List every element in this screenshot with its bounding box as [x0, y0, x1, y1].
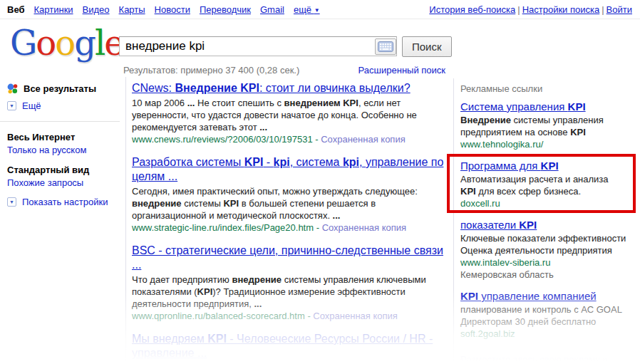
sidebar-web-heading: Весь Интернет: [7, 132, 120, 142]
search-button[interactable]: Поиск: [402, 36, 452, 57]
ad-url: doxcell.ru: [460, 197, 634, 209]
ad-item: Программа для KPIАвтоматизация расчета и…: [460, 160, 634, 209]
ad-title-link[interactable]: показатели KPI: [460, 219, 537, 231]
sidebar-results-divider: [125, 77, 126, 364]
google-logo[interactable]: Google: [10, 26, 123, 60]
nav-right-item[interactable]: История веб-поиска: [429, 4, 515, 15]
result-url: www.qpronline.ru/balanced-scorecard.htm: [132, 311, 305, 321]
result-title: CNews: Внедрение KPI: стоит ли овчинка в…: [132, 81, 451, 95]
ad-description: предприятием на основе KPI: [460, 126, 634, 138]
sidebar-related-queries-link[interactable]: Похожие запросы: [7, 177, 120, 188]
sidebar-all-results-label: Все результаты: [24, 83, 96, 94]
ad-title: Система управления KPI: [460, 100, 634, 113]
nav-item-картинки[interactable]: Картинки: [33, 4, 73, 15]
url-cached-separator: -: [313, 134, 321, 145]
url-cached-separator: -: [314, 222, 322, 233]
advanced-search-link[interactable]: Расширенный поиск: [358, 65, 445, 76]
ad-description: Автоматизация расчета и анализа: [460, 173, 634, 185]
left-sidebar: Все результаты ▼ Ещё Весь Интернет Тольк…: [7, 83, 120, 207]
ad-description: KPI для всех сфер бизнеса.: [460, 185, 634, 197]
url-cached-separator: -: [305, 311, 314, 321]
ad-description: Оценка деятельности предприятия: [460, 244, 634, 256]
everything-icon: [7, 83, 18, 94]
chevron-down-icon[interactable]: ▼: [7, 197, 16, 207]
result-title: Мы внедряем KPI - Человеческие Ресурсы Р…: [132, 332, 451, 360]
ad-title: KPI управление компанией: [460, 290, 634, 303]
cached-copy-link[interactable]: Сохраненная копия: [321, 134, 406, 145]
result-url: www.strategic-line.ru/index.files/Page20…: [132, 222, 314, 233]
result-snippet: Что дает предприятию внедрение системы у…: [132, 274, 451, 310]
ad-item: Система управления KPIВнедрение системы …: [460, 100, 634, 150]
cached-copy-link[interactable]: Сохраненная копия: [322, 222, 407, 233]
place-ad-link[interactable]: Разместите здесь свою рекламу »: [460, 354, 634, 364]
search-result: CNews: Внедрение KPI: стоит ли овчинка в…: [132, 81, 451, 146]
ad-title: показатели KPI: [460, 219, 634, 232]
sidebar-divider: [0, 121, 120, 122]
sidebar-russian-only-link[interactable]: Только на русском: [7, 145, 120, 155]
nav-right-item[interactable]: Настройки поиска: [522, 4, 600, 15]
ad-item: показатели KPIКлючевые показатели эффект…: [460, 219, 634, 281]
results-ads-divider: [453, 78, 454, 364]
result-title: BSC - стратегические цели, причинно-след…: [132, 244, 451, 272]
result-snippet: Сегодня, имея практический опыт, можно у…: [132, 185, 451, 222]
search-result: BSC - стратегические цели, причинно-след…: [132, 244, 451, 323]
result-title-link[interactable]: CNews: Внедрение KPI: стоит ли овчинка в…: [132, 82, 411, 94]
top-nav-left: ВебКартинкиВидеоКартыНовостиПереводчикGm…: [7, 4, 329, 15]
ads-heading: Рекламные ссылки: [460, 83, 634, 94]
result-url-line: www.strategic-line.ru/index.files/Page20…: [132, 222, 451, 234]
nav-item-новости[interactable]: Новости: [155, 4, 190, 15]
ad-title-link[interactable]: KPI управление компанией: [460, 290, 597, 302]
virtual-keyboard-button[interactable]: [375, 38, 396, 55]
ad-item: KPI управление компаниейпланирование и к…: [460, 290, 634, 340]
logo-letter: G: [10, 23, 36, 63]
ad-title-link[interactable]: Система управления KPI: [460, 100, 586, 113]
nav-separator: |: [602, 4, 604, 15]
sidebar-view-heading: Стандартный вид: [7, 165, 120, 175]
ad-description: Внедрение системы управления: [460, 114, 634, 126]
ad-region: Кемеровская область: [460, 269, 634, 281]
result-stats: Результатов: примерно 37 400 (0,28 сек.): [123, 65, 299, 76]
ad-url: www.tehnologika.ru/: [460, 138, 634, 150]
result-url-line: www.qpronline.ru/balanced-scorecard.htm …: [132, 310, 451, 323]
sidebar-show-settings-link[interactable]: Показать настройки: [22, 197, 108, 207]
logo-letter: l: [95, 23, 104, 63]
result-url: www.cnews.ru/reviews/?2006/03/10/197531: [132, 134, 313, 145]
ad-url: www.intalev-siberia.ru: [460, 256, 634, 269]
nav-item-web-active: Веб: [7, 4, 24, 15]
logo-letter: g: [74, 23, 95, 63]
nav-item-gmail[interactable]: Gmail: [260, 4, 284, 15]
nav-item-more[interactable]: ещё ▼: [294, 4, 320, 15]
sidebar-more-link[interactable]: Ещё: [22, 100, 41, 111]
result-title-link[interactable]: BSC - стратегические цели, причинно-след…: [132, 244, 443, 271]
top-nav-right: История веб-поиска|Настройки поиска|Войт…: [427, 4, 634, 15]
search-result: Мы внедряем KPI - Человеческие Ресурсы Р…: [132, 332, 451, 364]
search-input[interactable]: [119, 36, 397, 56]
nav-item-видео[interactable]: Видео: [83, 4, 110, 15]
nav-item-переводчик[interactable]: Переводчик: [200, 4, 251, 15]
ad-url: soft.2goal.biz: [460, 328, 634, 340]
ad-description: планирование и контроль с АС GOAL: [460, 303, 634, 316]
cached-copy-link[interactable]: Сохраненная копия: [313, 311, 398, 321]
ad-description: Директорам 30 дней бесплатно: [460, 316, 634, 328]
result-title-link[interactable]: Разработка системы KPI - kpi, система kp…: [132, 156, 443, 182]
chevron-down-icon: ▼: [314, 7, 320, 14]
ad-title: Программа для KPI: [460, 160, 634, 172]
ads-list: Система управления KPIВнедрение системы …: [460, 100, 634, 340]
ad-title-link[interactable]: Программа для KPI: [460, 160, 559, 172]
result-snippet: 10 мар 2006 ... Не стоит спешить с внедр…: [132, 97, 451, 133]
top-nav: ВебКартинкиВидеоКартыНовостиПереводчикGm…: [0, 0, 640, 19]
nav-right-item[interactable]: Войти: [607, 4, 632, 15]
logo-letter: o: [36, 23, 55, 63]
nav-separator: |: [517, 4, 520, 15]
sidebar-item-more[interactable]: ▼ Ещё: [7, 100, 120, 111]
chevron-down-icon[interactable]: ▼: [7, 101, 16, 110]
sidebar-item-show-settings[interactable]: ▼ Показать настройки: [7, 197, 120, 207]
nav-item-карты[interactable]: Карты: [119, 4, 145, 15]
ads-column: Рекламные ссылки Система управления KPIВ…: [460, 83, 634, 364]
search-result: Разработка системы KPI - kpi, система kp…: [132, 155, 451, 234]
search-results: CNews: Внедрение KPI: стоит ли овчинка в…: [132, 81, 451, 364]
result-title-link[interactable]: Мы внедряем KPI - Человеческие Ресурсы Р…: [132, 333, 433, 359]
ad-description: Ключевые показатели эффективности: [460, 232, 634, 244]
sidebar-item-all-results[interactable]: Все результаты: [7, 83, 120, 94]
keyboard-icon: [378, 41, 393, 52]
